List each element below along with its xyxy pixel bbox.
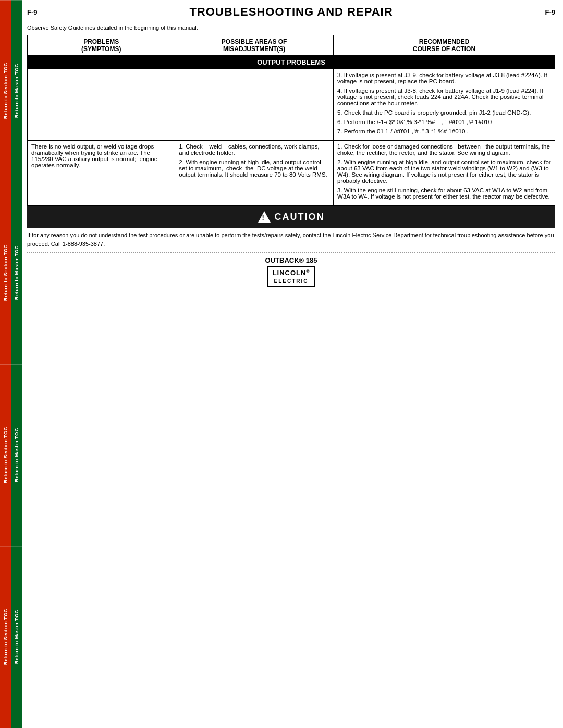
page-header: F-9 TROUBLESHOOTING AND REPAIR F-9	[27, 5, 555, 21]
rec-1-item4: 4. If voltage is present at J3-8, check …	[337, 88, 551, 106]
sidebar-item-section-toc-4[interactable]: Return to Section TOC	[0, 546, 11, 728]
rec-2-item2: 2. With engine running at high idle, and…	[337, 159, 551, 184]
rec-1-item5: 5. Check that the PC board is properly g…	[337, 109, 551, 116]
cell-problems-2: There is no weld output, or weld voltage…	[28, 141, 175, 206]
page-number-right: F-9	[545, 8, 556, 16]
page-number-left: F-9	[27, 8, 38, 16]
main-content: F-9 TROUBLESHOOTING AND REPAIR F-9 Obser…	[22, 0, 563, 292]
col-header-possible: POSSIBLE AREAS OFMISADJUSTMENT(S)	[175, 35, 334, 56]
rec-2-item3: 3. With the engine still running, check …	[337, 187, 551, 200]
side-col-red: Return to Section TOC Return to Section …	[0, 0, 11, 728]
caution-box: CAUTION	[27, 206, 555, 228]
cell-possible-1	[175, 69, 334, 141]
footer-logo: LINCOLN® ELECTRIC	[267, 266, 315, 287]
sidebar-item-master-toc-3[interactable]: Return to Master TOC	[11, 364, 22, 546]
section-header-cell: OUTPUT PROBLEMS	[28, 56, 555, 69]
cell-recommended-2: 1. Check for loose or damaged connection…	[333, 141, 555, 206]
poss-2-item2: 2. With engine running at high idle, and…	[179, 159, 329, 178]
sidebar-item-section-toc-3[interactable]: Return to Section TOC	[0, 364, 11, 546]
table-row: 3. If voltage is present at J3-9, check …	[28, 69, 555, 141]
footer-product: OUTBACK® 185	[27, 256, 555, 264]
sidebar-item-master-toc-4[interactable]: Return to Master TOC	[11, 546, 22, 728]
trouble-table: PROBLEMS(SYMPTOMS) POSSIBLE AREAS OFMISA…	[27, 35, 555, 206]
registered-icon: ®	[306, 269, 310, 274]
table-row-2: There is no weld output, or weld voltage…	[28, 141, 555, 206]
cell-recommended-1: 3. If voltage is present at J3-9, check …	[333, 69, 555, 141]
rec-1-item6: 6. Perform the /-1-/ $* 0&',% 3-*1 %# ,"…	[337, 119, 551, 125]
rec-2-item1: 1. Check for loose or damaged connection…	[337, 143, 551, 156]
col-header-problems: PROBLEMS(SYMPTOMS)	[28, 35, 175, 56]
col-header-recommended: RECOMMENDEDCOURSE OF ACTION	[333, 35, 555, 56]
caution-text: If for any reason you do not understand …	[27, 231, 555, 248]
caution-triangle-icon	[258, 211, 271, 223]
poss-2-item1: 1. Check weld cables, connections, work …	[179, 143, 329, 156]
caution-label: CAUTION	[275, 212, 325, 223]
sidebar-item-master-toc-2[interactable]: Return to Master TOC	[11, 182, 22, 364]
side-col-green: Return to Master TOC Return to Master TO…	[11, 0, 22, 728]
cell-problems-1	[28, 69, 175, 141]
footer-logo-electric: ELECTRIC	[273, 278, 310, 285]
side-tab-container: Return to Section TOC Return to Section …	[0, 0, 22, 728]
cell-possible-2: 1. Check weld cables, connections, work …	[175, 141, 334, 206]
rec-1-item3: 3. If voltage is present at J3-9, check …	[337, 72, 551, 84]
footer-logo-lincoln: LINCOLN®	[273, 269, 310, 278]
page-title: TROUBLESHOOTING AND REPAIR	[38, 5, 545, 19]
page-footer: OUTBACK® 185 LINCOLN® ELECTRIC	[27, 252, 555, 287]
sidebar-item-master-toc-1[interactable]: Return to Master TOC	[11, 0, 22, 182]
section-header-row: OUTPUT PROBLEMS	[28, 56, 555, 69]
subtitle: Observe Safety Guidelines detailed in th…	[27, 24, 555, 31]
sidebar-item-section-toc-1[interactable]: Return to Section TOC	[0, 0, 11, 182]
rec-1-item7: 7. Perform the 01 1-/ /#0'01 ,!# ," 3-*1…	[337, 128, 551, 134]
sidebar-item-section-toc-2[interactable]: Return to Section TOC	[0, 182, 11, 364]
